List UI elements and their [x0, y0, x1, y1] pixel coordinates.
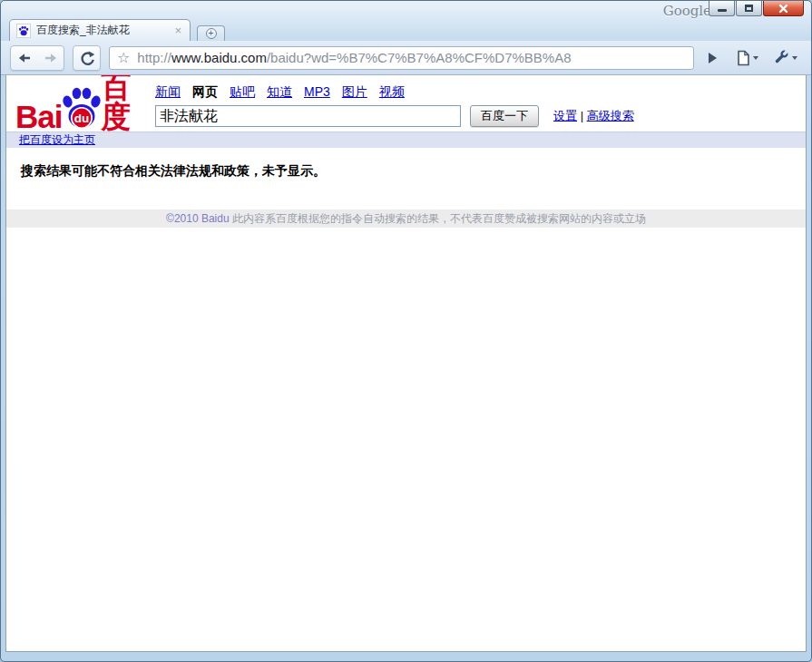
url-path: /baidu?wd=%B7%C7%B7%A8%CF%D7%BB%A8 — [267, 50, 572, 65]
minimize-button[interactable] — [709, 1, 735, 16]
links-divider: | — [581, 109, 583, 122]
maximize-icon — [745, 5, 753, 12]
nav-tab-zhidao[interactable]: 知道 — [267, 84, 292, 101]
window-controls — [708, 1, 804, 16]
nav-tab-tieba[interactable]: 贴吧 — [230, 84, 255, 101]
new-tab-button[interactable]: + — [197, 25, 225, 41]
baidu-paw-icon: du — [60, 86, 103, 131]
forward-icon — [43, 51, 59, 65]
page-menu-button[interactable] — [731, 46, 764, 70]
bookmark-star-icon[interactable]: ☆ — [117, 49, 130, 66]
baidu-search-button[interactable]: 百度一下 — [470, 105, 539, 127]
url-host: www.baidu.com — [171, 50, 267, 65]
footer-bar: ©2010 Baidu 此内容系百度根据您的指令自动搜索的结果，不代表百度赞成被… — [6, 209, 806, 228]
wrench-menu-button[interactable] — [769, 46, 802, 70]
go-icon — [706, 52, 719, 64]
tab-baidu-search[interactable]: 百度搜索_非法献花 × — [9, 19, 191, 41]
browser-window: Google — [0, 0, 812, 662]
search-input[interactable] — [155, 105, 461, 127]
logo-text-du: du — [74, 112, 90, 125]
advanced-search-link[interactable]: 高级搜索 — [587, 109, 634, 122]
page-content: Bai du 百度 — [5, 75, 807, 652]
browser-toolbar: ☆ http://www.baidu.com/baidu?wd=%B7%C7%B… — [1, 41, 811, 75]
baidu-nav-tabs: 新闻 网页 贴吧 知道 MP3 图片 视频 — [155, 83, 634, 101]
set-homepage-link[interactable]: 把百度设为主页 — [19, 133, 95, 146]
search-row: 百度一下 设置 | 高级搜索 — [155, 105, 634, 127]
title-bar[interactable]: Google — [1, 1, 811, 19]
reload-button-group — [73, 45, 101, 71]
maximize-button[interactable] — [736, 1, 762, 16]
wrench-menu-caret-icon — [792, 56, 797, 60]
footer-disclaimer: 此内容系百度根据您的指令自动搜索的结果，不代表百度赞成被搜索网站的内容或立场 — [230, 212, 646, 225]
nav-button-group — [10, 45, 64, 71]
nav-tab-mp3[interactable]: MP3 — [304, 84, 330, 99]
search-header: 新闻 网页 贴吧 知道 MP3 图片 视频 百度一下 设置 | 高级搜索 — [155, 83, 634, 131]
logo-text-bai: Bai — [15, 102, 62, 131]
tab-close-icon[interactable]: × — [172, 24, 183, 36]
new-tab-plus-icon: + — [206, 28, 217, 39]
settings-link[interactable]: 设置 — [553, 109, 577, 122]
minimize-icon — [718, 9, 727, 12]
go-button[interactable] — [699, 46, 726, 70]
close-button[interactable] — [763, 1, 804, 16]
footer-copyright-link[interactable]: ©2010 Baidu — [166, 212, 230, 225]
set-homepage-bar: 把百度设为主页 — [6, 131, 806, 148]
wrench-icon — [774, 50, 789, 65]
back-icon — [16, 51, 33, 65]
search-side-links: 设置 | 高级搜索 — [553, 108, 634, 124]
nav-tab-video[interactable]: 视频 — [379, 84, 405, 101]
url-text: http://www.baidu.com/baidu?wd=%B7%C7%B7%… — [137, 50, 571, 65]
forward-button[interactable] — [37, 46, 64, 70]
back-button[interactable] — [11, 46, 37, 70]
baidu-header: Bai du 百度 — [6, 75, 806, 131]
nav-tab-news[interactable]: 新闻 — [155, 84, 181, 101]
reload-button[interactable] — [73, 46, 100, 70]
google-watermark: Google — [663, 3, 711, 19]
tab-strip: 百度搜索_非法献花 × + — [1, 19, 811, 41]
address-bar[interactable]: ☆ http://www.baidu.com/baidu?wd=%B7%C7%B… — [109, 46, 694, 70]
page-icon — [737, 50, 750, 66]
tab-title: 百度搜索_非法献花 — [36, 23, 172, 38]
logo-text-cn: 百度 — [101, 75, 150, 131]
url-scheme: http:// — [137, 50, 171, 65]
baidu-logo: Bai du 百度 — [15, 83, 150, 131]
reload-icon — [79, 50, 95, 66]
page-menu-caret-icon — [753, 56, 758, 60]
nav-tab-image[interactable]: 图片 — [342, 84, 367, 101]
baidu-paw-favicon — [16, 24, 31, 38]
close-icon — [778, 4, 788, 14]
blocked-result-message: 搜索结果可能不符合相关法律法规和政策，未予显示。 — [21, 163, 806, 180]
nav-tab-web-active: 网页 — [192, 84, 218, 101]
